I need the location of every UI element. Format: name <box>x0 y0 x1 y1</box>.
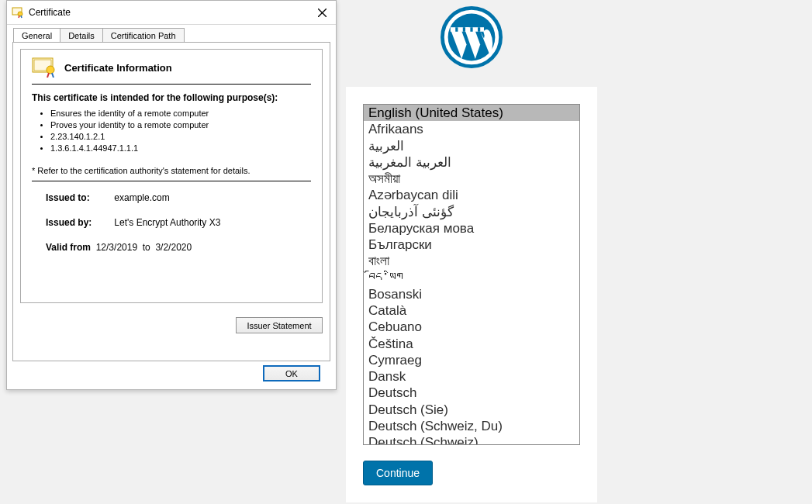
svg-rect-16 <box>463 27 465 32</box>
purpose-heading: This certificate is intended for the fol… <box>32 92 311 103</box>
language-option[interactable]: অসমীয়া <box>364 171 579 187</box>
language-option[interactable]: Azərbaycan dili <box>364 187 579 203</box>
language-option[interactable]: Català <box>364 302 579 319</box>
authority-note: * Refer to the certification authority's… <box>32 166 311 181</box>
wordpress-installer: English (United States)Afrikaansالعربيةا… <box>344 0 599 504</box>
valid-to-value: 3/2/2020 <box>155 242 192 253</box>
continue-button[interactable]: Continue <box>363 461 433 485</box>
issued-by-row: Issued by: Let's Encrypt Authority X3 <box>46 217 311 228</box>
tab-details[interactable]: Details <box>60 28 103 42</box>
purpose-list: Ensures the identity of a remote compute… <box>50 108 311 154</box>
svg-point-8 <box>47 66 54 74</box>
language-select[interactable]: English (United States)Afrikaansالعربيةا… <box>363 104 580 445</box>
language-card: English (United States)Afrikaansالعربيةا… <box>346 87 597 502</box>
issued-to-value: example.com <box>114 192 169 203</box>
language-option[interactable]: বাংলা <box>364 253 579 269</box>
language-option[interactable]: Cebuano <box>364 319 579 335</box>
svg-rect-17 <box>470 27 472 32</box>
dialog-title: Certificate <box>29 7 71 18</box>
svg-line-2 <box>19 16 19 18</box>
purpose-item: 2.23.140.1.2.1 <box>50 131 311 143</box>
svg-rect-14 <box>465 27 484 32</box>
language-option[interactable]: Deutsch (Schweiz) <box>364 434 579 445</box>
language-option[interactable]: Български <box>364 236 579 253</box>
language-option[interactable]: Dansk <box>364 368 579 385</box>
certificate-icon <box>12 6 24 19</box>
language-option[interactable]: Deutsch <box>364 385 579 401</box>
valid-row: Valid from 12/3/2019 to 3/2/2020 <box>46 242 311 253</box>
ok-button[interactable]: OK <box>263 365 320 381</box>
svg-point-1 <box>18 12 22 16</box>
purpose-item: Proves your identity to a remote compute… <box>50 119 311 131</box>
issued-by-label: Issued by: <box>46 217 112 228</box>
language-option[interactable]: گؤنئی آذربایجان <box>364 204 579 220</box>
tab-certification-path[interactable]: Certification Path <box>102 28 185 42</box>
valid-from-label: Valid from <box>46 242 91 253</box>
close-button[interactable] <box>308 1 336 24</box>
certificate-ribbon-icon <box>32 57 57 78</box>
svg-rect-15 <box>455 27 458 32</box>
cert-info-heading: Certificate Information <box>64 62 172 74</box>
language-option[interactable]: Bosanski <box>364 286 579 302</box>
language-option[interactable]: Cymraeg <box>364 352 579 368</box>
certificate-dialog: Certificate General Details Certificatio… <box>6 0 337 390</box>
language-option[interactable]: Беларуская мова <box>364 220 579 236</box>
tab-general[interactable]: General <box>13 28 60 42</box>
purpose-item: Ensures the identity of a remote compute… <box>50 108 311 119</box>
svg-line-9 <box>47 73 49 78</box>
language-option[interactable]: Čeština <box>364 336 579 352</box>
language-option[interactable]: བོད་ཡིག <box>364 270 579 286</box>
language-option[interactable]: العربية المغربية <box>364 154 579 171</box>
tab-panel: Certificate Information This certificate… <box>12 42 330 361</box>
issuer-statement-button[interactable]: Issuer Statement <box>236 317 323 333</box>
titlebar[interactable]: Certificate <box>7 1 336 25</box>
language-option[interactable]: Deutsch (Schweiz, Du) <box>364 418 579 434</box>
svg-line-3 <box>21 16 22 18</box>
tab-bar: General Details Certification Path <box>7 25 336 42</box>
purpose-item: 1.3.6.1.4.1.44947.1.1.1 <box>50 143 311 154</box>
valid-from-value: 12/3/2019 <box>96 242 137 253</box>
wordpress-logo-icon <box>441 6 503 71</box>
language-option[interactable]: Afrikaans <box>364 121 579 137</box>
svg-rect-18 <box>478 27 480 32</box>
language-option[interactable]: العربية <box>364 138 579 154</box>
issued-to-row: Issued to: example.com <box>46 192 311 203</box>
language-option[interactable]: Deutsch (Sie) <box>364 402 579 418</box>
issued-by-value: Let's Encrypt Authority X3 <box>114 217 220 228</box>
valid-to-label: to <box>143 242 150 253</box>
certificate-info-box: Certificate Information This certificate… <box>20 49 323 303</box>
issued-to-label: Issued to: <box>46 192 112 203</box>
svg-line-10 <box>52 73 54 78</box>
language-option[interactable]: English (United States) <box>364 105 579 121</box>
